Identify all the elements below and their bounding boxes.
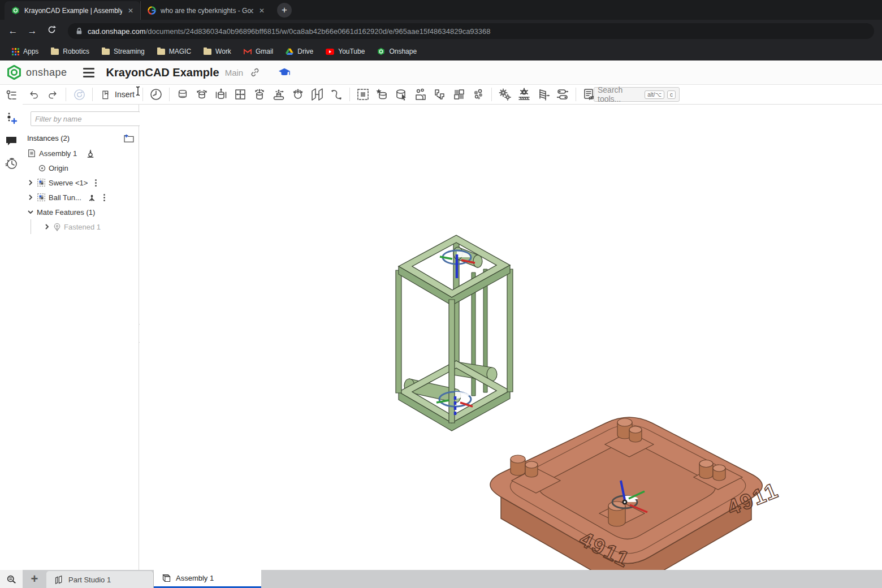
- kbd-c: c: [667, 90, 676, 99]
- back-button[interactable]: ←: [3, 25, 23, 37]
- workspace-name[interactable]: Main: [225, 68, 244, 77]
- left-icon-strip: [0, 85, 23, 570]
- group-icon[interactable]: [354, 87, 371, 102]
- search-tools-box[interactable]: Search tools... alt/⌥ c: [594, 87, 680, 102]
- instances-panel: Instances (2) Assembly 1 Origin Swerve <…: [23, 105, 139, 570]
- element-tab-bar: + Part Studio 1 Assembly 1: [0, 570, 882, 588]
- folder-icon: [204, 49, 211, 55]
- overflow-menu-icon[interactable]: [103, 194, 105, 201]
- replicate-icon[interactable]: [393, 87, 410, 102]
- new-folder-icon[interactable]: [124, 134, 134, 142]
- gmail-icon: [244, 49, 252, 55]
- assembly-icon: [27, 149, 36, 158]
- green-frame-part: [396, 235, 513, 431]
- screw-relation-icon[interactable]: [535, 87, 552, 102]
- bookmark-gmail[interactable]: Gmail: [239, 46, 278, 57]
- reload-button[interactable]: [42, 25, 61, 37]
- tree-row-assembly[interactable]: Assembly 1: [23, 146, 139, 161]
- bookmarks-bar: Apps Robotics Streaming MAGIC Work Gmail…: [0, 42, 882, 60]
- add-element-button[interactable]: +: [23, 570, 46, 588]
- element-tab-assembly[interactable]: Assembly 1: [154, 570, 261, 588]
- snap-mode-icon[interactable]: [412, 87, 429, 102]
- mate-add-icon[interactable]: [3, 110, 20, 126]
- redo-icon[interactable]: [44, 87, 61, 102]
- bookmark-work[interactable]: Work: [198, 46, 236, 57]
- cylindrical-mate-icon[interactable]: [251, 87, 268, 102]
- named-positions-clock-icon[interactable]: [148, 87, 165, 102]
- slider-mate-icon[interactable]: [213, 87, 230, 102]
- pattern-circular-icon[interactable]: [451, 87, 468, 102]
- tree-row-fastened[interactable]: Fastened 1: [31, 219, 139, 234]
- tree-label: Origin: [49, 164, 68, 172]
- ball-mate-icon[interactable]: [289, 87, 306, 102]
- folder-icon: [51, 49, 59, 55]
- mate-connector-icon[interactable]: [374, 87, 391, 102]
- learning-center-icon[interactable]: [278, 67, 291, 77]
- subassembly-icon: [37, 178, 46, 187]
- apps-grid-icon: [12, 48, 19, 55]
- tab-search-button[interactable]: [0, 570, 23, 588]
- tab-title: KrayonCAD Example | Assembly: [24, 7, 122, 15]
- browser-tab-google[interactable]: who are the cyberknights - Goo ✕: [140, 1, 271, 20]
- belt-relation-icon[interactable]: [554, 87, 571, 102]
- bookmark-drive[interactable]: Drive: [280, 46, 318, 57]
- undo-icon[interactable]: [25, 87, 42, 102]
- overflow-menu-icon[interactable]: [95, 179, 97, 187]
- new-tab-button[interactable]: +: [277, 3, 292, 18]
- exploded-view-icon[interactable]: [470, 87, 487, 102]
- tree-row-swerve[interactable]: Swerve <1>: [23, 175, 139, 190]
- update-linked-icon: [71, 87, 88, 102]
- tab-close-icon[interactable]: ✕: [127, 7, 135, 15]
- fixed-icon: [88, 193, 96, 201]
- planar-mate-icon[interactable]: [232, 87, 249, 102]
- tree-row-mate-features[interactable]: Mate Features (1): [23, 205, 139, 219]
- revolute-mate-icon[interactable]: [193, 87, 210, 102]
- forward-button[interactable]: →: [23, 25, 42, 37]
- tray-peg: [608, 501, 625, 526]
- insert-icon: [101, 89, 111, 100]
- onshape-logo-icon: [7, 65, 21, 80]
- bookmark-apps[interactable]: Apps: [7, 46, 44, 57]
- bookmark-youtube[interactable]: YouTube: [321, 46, 370, 57]
- comment-icon[interactable]: [3, 133, 20, 149]
- tree-row-origin[interactable]: Origin: [23, 161, 139, 175]
- bookmark-label: MAGIC: [169, 47, 191, 55]
- part-studio-icon: [54, 575, 64, 585]
- history-icon[interactable]: [3, 155, 20, 171]
- onshape-document-header: onshape KrayonCAD Example Main: [0, 60, 882, 85]
- origin-icon: [38, 165, 46, 172]
- url-bar[interactable]: cad.onshape.com/documents/24d836034a0b96…: [68, 23, 874, 39]
- browser-tab-onshape[interactable]: KrayonCAD Example | Assembly ✕: [5, 1, 140, 20]
- fastened-mate-icon[interactable]: [174, 87, 191, 102]
- chevron-right-icon[interactable]: [44, 223, 50, 230]
- menu-icon[interactable]: [83, 68, 94, 77]
- bookmark-robotics[interactable]: Robotics: [46, 46, 94, 57]
- chevron-right-icon[interactable]: [27, 179, 34, 186]
- tree-row-ball-tun[interactable]: Ball Tun...: [23, 190, 139, 205]
- chevron-right-icon[interactable]: [27, 194, 34, 201]
- app-window: KrayonCAD Example | Assembly ✕ who are t…: [0, 0, 882, 588]
- assembly-scene: 4911 4911: [140, 105, 882, 570]
- onshape-logo-icon: [377, 47, 385, 55]
- bookmark-magic[interactable]: MAGIC: [152, 46, 196, 57]
- rack-pinion-relation-icon[interactable]: [516, 87, 533, 102]
- insert-label: Insert: [115, 90, 135, 99]
- pattern-linear-icon[interactable]: [431, 87, 448, 102]
- bookmark-streaming[interactable]: Streaming: [97, 46, 150, 57]
- drive-icon: [286, 48, 293, 55]
- feature-list-icon[interactable]: [3, 88, 20, 103]
- 3d-viewport[interactable]: 4911 4911: [140, 105, 882, 570]
- pin-slot-mate-icon[interactable]: [270, 87, 287, 102]
- element-tab-part-studio[interactable]: Part Studio 1: [46, 571, 154, 588]
- mate-pin-icon: [53, 223, 61, 231]
- bookmark-onshape[interactable]: Onshape: [372, 46, 422, 57]
- share-link-icon[interactable]: [250, 67, 260, 77]
- tab-close-icon[interactable]: ✕: [258, 7, 266, 15]
- gear-relation-icon[interactable]: [496, 87, 513, 102]
- browser-toolbar: ← → cad.onshape.com/documents/24d836034a…: [0, 20, 882, 42]
- chevron-down-icon[interactable]: [27, 209, 34, 215]
- filter-input[interactable]: [31, 111, 140, 126]
- parallel-mate-icon[interactable]: [309, 87, 326, 102]
- insert-button[interactable]: Insert: [96, 88, 139, 102]
- tangent-mate-icon[interactable]: [328, 87, 345, 102]
